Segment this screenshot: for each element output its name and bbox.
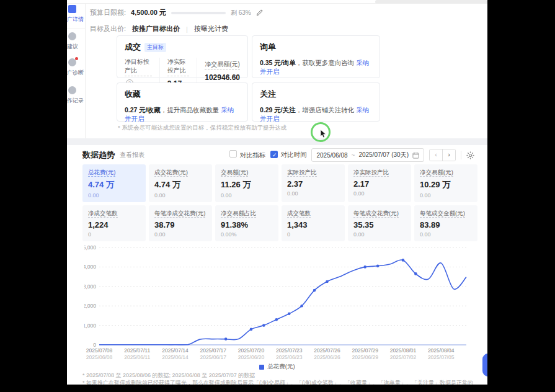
metric-value: 83.89 bbox=[420, 220, 472, 229]
sidebar-item-1[interactable]: 建议 bbox=[67, 32, 85, 51]
sidebar-item-label: 广详情 bbox=[67, 16, 85, 24]
controls-divider bbox=[461, 151, 461, 159]
metric-card-1[interactable]: 成交花费(元)4.74 万0.00 bbox=[149, 164, 212, 202]
trend-chart: 01,0002,0003,0004,0005,0002025/07/082025… bbox=[84, 242, 474, 361]
metric-label: 交易额(元) bbox=[221, 169, 273, 177]
metric-card-10[interactable]: 每笔成交花费(元)35.350.00 bbox=[348, 205, 411, 241]
svg-text:2025/07/20: 2025/07/20 bbox=[238, 347, 265, 354]
goal-card-favorite-title: 收藏 bbox=[125, 89, 240, 100]
metric-card-8[interactable]: 净交易额占比91.38%0.00% bbox=[215, 205, 278, 241]
camera-icon bbox=[68, 58, 76, 66]
metric-card-3[interactable]: 实际投产比2.370.00 bbox=[282, 164, 345, 202]
bid-option-divider: | bbox=[186, 25, 188, 33]
metric-label: 每笔成交金额(元) bbox=[420, 210, 472, 218]
metric-grid: 总花费(元)4.74 万0.00成交花费(元)4.74 万0.00交易额(元)1… bbox=[82, 164, 477, 241]
svg-text:2025/06/26: 2025/06/26 bbox=[314, 354, 340, 360]
sidebar-divider bbox=[67, 29, 85, 29]
metric-compare-value: 0.00 bbox=[420, 231, 472, 238]
svg-text:2025/08/04: 2025/08/04 bbox=[428, 347, 455, 354]
metric-value: 91.38% bbox=[221, 220, 273, 229]
metric-value: 2.17 bbox=[353, 179, 406, 189]
sidebar-item-0[interactable]: 广详情 bbox=[67, 5, 85, 24]
metric-card-0[interactable]: 总花费(元)4.74 万0.00 bbox=[82, 164, 146, 202]
goal-card-favorite[interactable]: 收藏 0.27 元/收藏，提升商品收藏数量 采纳并开启 bbox=[117, 82, 248, 122]
sidebar-item-2[interactable]: 广诊断 bbox=[67, 58, 85, 77]
date-range-input[interactable]: 2025/06/08 ~ 2025/07/07 (30天) bbox=[311, 148, 424, 162]
legend-swatch bbox=[259, 365, 264, 370]
metric-label: 成交花费(元) bbox=[154, 169, 206, 177]
goal-footnote: * 系统会尽可能达成您设置的目标，保持稳定投放有助于提升达成 bbox=[118, 124, 286, 132]
metric-label: 每笔净成交花费(元) bbox=[154, 210, 206, 218]
svg-text:2,000: 2,000 bbox=[84, 303, 96, 309]
compare-time-checkbox[interactable]: ✓对比时间 bbox=[270, 151, 306, 159]
metric-compare-value: 0.00 bbox=[287, 190, 339, 197]
goal-card-deal[interactable]: 成交 主目标 净目标投产比? 2.45 净实际投产比 2.17 bbox=[117, 35, 248, 78]
svg-text:3,000: 3,000 bbox=[84, 283, 96, 290]
metric-card-6[interactable]: 净成交笔数1,2240 bbox=[82, 205, 146, 241]
metric-compare-value: 0.00 bbox=[353, 231, 406, 238]
metric-value: 2.37 bbox=[287, 179, 339, 189]
sidebar-item-3[interactable]: 作记录 bbox=[67, 86, 85, 105]
svg-text:1,000: 1,000 bbox=[84, 323, 96, 329]
goal-card-inquiry[interactable]: 询单 0.35 元/询单，获取更多意向咨询 采纳并开启 bbox=[252, 35, 380, 78]
metric-card-4[interactable]: 净实际投产比2.170.00 bbox=[348, 164, 411, 202]
metric-compare-value: 0 bbox=[88, 231, 140, 238]
bid-option-goal[interactable]: 按推广目标出价 bbox=[132, 24, 180, 33]
goal-card-follow[interactable]: 关注 0.29 元/关注，增强店铺关注转化 采纳并开启 bbox=[252, 82, 380, 122]
svg-text:2025/07/11: 2025/07/11 bbox=[124, 347, 150, 354]
calendar-icon bbox=[412, 152, 419, 159]
compare-metric-checkbox[interactable]: 对比指标 bbox=[229, 150, 265, 160]
goal-card-deal-title: 成交 主目标 bbox=[125, 42, 240, 53]
metric-compare-value: 0.00% bbox=[221, 231, 273, 238]
mouse-cursor-icon bbox=[320, 130, 327, 138]
svg-text:2025/06/14: 2025/06/14 bbox=[162, 354, 189, 360]
svg-text:2025/06/23: 2025/06/23 bbox=[276, 354, 303, 360]
goal-bid-row: 目标及出价: 按推广目标出价 | 按曝光计费 bbox=[90, 24, 228, 33]
metric-card-5[interactable]: 净交易额(元)10.29 万0.00 bbox=[414, 164, 477, 202]
floating-side-handle[interactable] bbox=[482, 354, 487, 376]
view-report-link[interactable]: 查看报表 bbox=[120, 151, 144, 159]
chart-legend[interactable]: 总花费(元) bbox=[67, 363, 487, 371]
metric-card-7[interactable]: 每笔净成交花费(元)38.790.00 bbox=[149, 205, 212, 241]
settings-gear-icon[interactable] bbox=[466, 151, 474, 159]
metric-card-9[interactable]: 成交笔数1,3430 bbox=[282, 205, 345, 241]
metric-compare-value: 0 bbox=[287, 231, 339, 238]
metric-label: 总花费(元) bbox=[88, 169, 140, 177]
metric-compare-value: 0.00 bbox=[420, 192, 472, 198]
budget-progress bbox=[171, 12, 226, 14]
svg-text:2025/06/20: 2025/06/20 bbox=[238, 354, 265, 360]
prev-period-button[interactable]: ‹ bbox=[430, 149, 442, 161]
top-scroll-stub bbox=[375, 0, 487, 4]
next-period-button[interactable]: › bbox=[442, 149, 455, 161]
metric-card-2[interactable]: 交易额(元)11.26 万0.00 bbox=[215, 164, 278, 202]
svg-text:2025/07/17: 2025/07/17 bbox=[200, 347, 226, 354]
svg-text:2025/07/14: 2025/07/14 bbox=[162, 347, 189, 354]
edit-budget-icon[interactable] bbox=[256, 9, 263, 16]
sidebar-item-label: 作记录 bbox=[67, 97, 85, 105]
sidebar-item-label: 建议 bbox=[67, 43, 85, 51]
budget-row: 预算日限额: 4,500.00 元 剩 63% bbox=[90, 8, 263, 17]
metric-compare-value: 0.00 bbox=[221, 192, 273, 198]
date-start: 2025/06/08 bbox=[316, 152, 347, 159]
svg-text:2025/07/05: 2025/07/05 bbox=[428, 354, 455, 360]
metric-value: 1,343 bbox=[287, 220, 339, 229]
goal-bid-label: 目标及出价: bbox=[90, 24, 126, 33]
metric-label: 净交易额(元) bbox=[420, 169, 472, 177]
svg-text:4,000: 4,000 bbox=[84, 264, 96, 270]
metric-card-11[interactable]: 每笔成交金额(元)83.890.00 bbox=[414, 205, 477, 241]
metric-label: 净交易额占比 bbox=[221, 210, 273, 218]
sidebar: 广详情建议广诊断作记录 bbox=[67, 4, 86, 144]
metric-value: 4.74 万 bbox=[88, 179, 140, 190]
sidebar-item-label: 广诊断 bbox=[67, 69, 85, 77]
svg-text:2025/08/01: 2025/08/01 bbox=[390, 347, 417, 354]
metric-label: 净实际投产比 bbox=[353, 169, 406, 177]
goal-card-inquiry-title: 询单 bbox=[260, 42, 372, 53]
bid-option-exposure[interactable]: 按曝光计费 bbox=[194, 24, 228, 33]
svg-text:2025/06/17: 2025/06/17 bbox=[200, 354, 226, 360]
date-end: 2025/07/07 (30天) bbox=[358, 151, 409, 159]
metric-value: 10.29 万 bbox=[420, 179, 472, 190]
svg-text:2025/07/02: 2025/07/02 bbox=[390, 354, 417, 360]
main-content: 广详情建议广诊断作记录 预算日限额: 4,500.00 元 剩 63% 目标及出… bbox=[67, 0, 487, 385]
metric-value: 38.79 bbox=[154, 220, 206, 229]
section-gap bbox=[67, 138, 487, 145]
